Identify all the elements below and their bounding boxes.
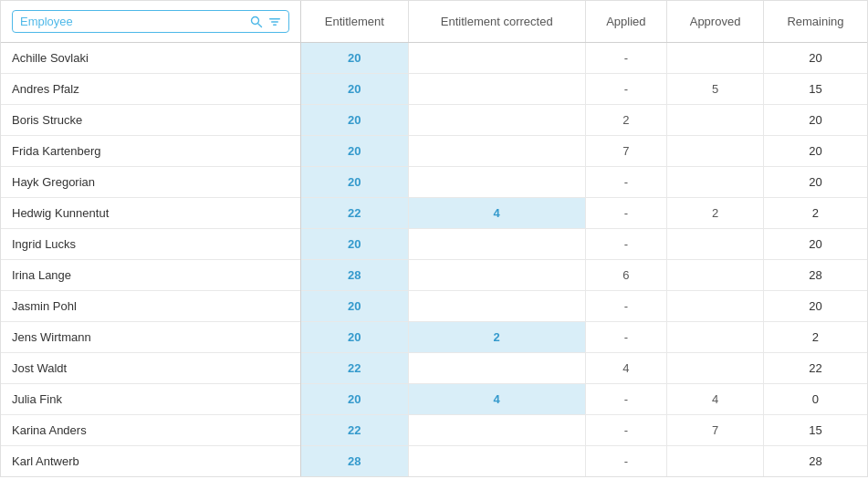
applied-cell: - bbox=[585, 322, 667, 353]
employee-cell: Hedwig Kunnentut bbox=[1, 198, 300, 229]
entitlement-corrected-cell bbox=[408, 229, 585, 260]
approved-cell bbox=[667, 260, 764, 291]
svg-point-0 bbox=[251, 16, 258, 24]
remaining-cell: 20 bbox=[763, 167, 867, 198]
approved-cell bbox=[667, 353, 764, 384]
applied-cell: 2 bbox=[585, 105, 667, 136]
employee-cell: Jens Wirtmann bbox=[1, 322, 300, 353]
applied-header-label: Applied bbox=[606, 15, 645, 28]
applied-cell: - bbox=[585, 229, 667, 260]
entitlement-cell: 28 bbox=[300, 260, 408, 291]
table-row: Karina Anders22-715 bbox=[1, 415, 867, 446]
applied-cell: - bbox=[585, 74, 667, 105]
entitlement-header-label: Entitlement bbox=[325, 15, 384, 28]
table-row: Achille Sovlaki20-20 bbox=[1, 43, 867, 74]
entitlement-cell: 20 bbox=[300, 384, 408, 415]
entitlement-cell: 20 bbox=[300, 229, 408, 260]
applied-cell: 7 bbox=[585, 136, 667, 167]
remaining-cell: 15 bbox=[763, 415, 867, 446]
employee-search-input[interactable] bbox=[20, 15, 245, 28]
entitlement-corrected-cell bbox=[408, 446, 585, 477]
svg-rect-3 bbox=[271, 21, 278, 22]
entitlement-corrected-cell bbox=[408, 167, 585, 198]
entitlement-corrected-cell bbox=[408, 353, 585, 384]
applied-cell: - bbox=[585, 291, 667, 322]
remaining-cell: 20 bbox=[763, 291, 867, 322]
search-icon bbox=[250, 16, 263, 28]
approved-cell bbox=[667, 291, 764, 322]
entitlement-cell: 20 bbox=[300, 322, 408, 353]
approved-cell bbox=[667, 229, 764, 260]
employee-search-wrapper[interactable] bbox=[12, 10, 289, 33]
applied-cell: - bbox=[585, 446, 667, 477]
entitlement-corrected-cell bbox=[408, 415, 585, 446]
table-row: Boris Strucke20220 bbox=[1, 105, 867, 136]
search-button[interactable] bbox=[250, 16, 263, 28]
filter-button[interactable] bbox=[268, 16, 281, 28]
applied-cell: 6 bbox=[585, 260, 667, 291]
entitlement-corrected-cell bbox=[408, 260, 585, 291]
entitlement-cell: 22 bbox=[300, 415, 408, 446]
approved-cell bbox=[667, 105, 764, 136]
approved-cell: 7 bbox=[667, 415, 764, 446]
employee-cell: Ingrid Lucks bbox=[1, 229, 300, 260]
entitlement-corrected-cell: 4 bbox=[408, 384, 585, 415]
employee-cell: Julia Fink bbox=[1, 384, 300, 415]
entitlement-cell: 22 bbox=[300, 198, 408, 229]
approved-cell bbox=[667, 167, 764, 198]
entitlement-corrected-cell bbox=[408, 105, 585, 136]
employee-cell: Jost Waldt bbox=[1, 353, 300, 384]
approved-cell: 2 bbox=[667, 198, 764, 229]
remaining-cell: 22 bbox=[763, 353, 867, 384]
employee-header-cell bbox=[1, 1, 300, 43]
approved-cell: 4 bbox=[667, 384, 764, 415]
svg-line-1 bbox=[258, 23, 262, 26]
table-row: Julia Fink204-40 bbox=[1, 384, 867, 415]
entitlement-header-cell: Entitlement bbox=[300, 1, 408, 43]
approved-cell bbox=[667, 446, 764, 477]
entitlement-cell: 28 bbox=[300, 446, 408, 477]
table-row: Hayk Gregorian20-20 bbox=[1, 167, 867, 198]
entitlement-corrected-cell: 2 bbox=[408, 322, 585, 353]
entitlement-corrected-cell bbox=[408, 291, 585, 322]
entitlement-cell: 20 bbox=[300, 136, 408, 167]
table-row: Karl Antwerb28-28 bbox=[1, 446, 867, 477]
remaining-cell: 20 bbox=[763, 136, 867, 167]
remaining-header-label: Remaining bbox=[787, 15, 843, 28]
remaining-cell: 2 bbox=[763, 322, 867, 353]
remaining-header-cell: Remaining bbox=[763, 1, 867, 43]
employee-cell: Karina Anders bbox=[1, 415, 300, 446]
entitlement-corrected-cell bbox=[408, 136, 585, 167]
employee-table: Entitlement Entitlement corrected Applie… bbox=[1, 1, 867, 476]
entitlement-corrected-cell bbox=[408, 43, 585, 74]
remaining-cell: 0 bbox=[763, 384, 867, 415]
applied-cell: 4 bbox=[585, 353, 667, 384]
entitlement-cell: 20 bbox=[300, 291, 408, 322]
entitlement-cell: 20 bbox=[300, 43, 408, 74]
remaining-cell: 2 bbox=[763, 198, 867, 229]
svg-rect-2 bbox=[269, 18, 280, 19]
table-header-row: Entitlement Entitlement corrected Applie… bbox=[1, 1, 867, 43]
employee-cell: Jasmin Pohl bbox=[1, 291, 300, 322]
approved-cell bbox=[667, 136, 764, 167]
employee-cell: Irina Lange bbox=[1, 260, 300, 291]
entitlement-cell: 20 bbox=[300, 167, 408, 198]
remaining-cell: 20 bbox=[763, 229, 867, 260]
approved-header-cell: Approved bbox=[667, 1, 764, 43]
employee-cell: Achille Sovlaki bbox=[1, 43, 300, 74]
table-row: Irina Lange28628 bbox=[1, 260, 867, 291]
table-row: Jens Wirtmann202-2 bbox=[1, 322, 867, 353]
employee-cell: Andres Pfalz bbox=[1, 74, 300, 105]
remaining-cell: 15 bbox=[763, 74, 867, 105]
applied-cell: - bbox=[585, 415, 667, 446]
table-row: Ingrid Lucks20-20 bbox=[1, 229, 867, 260]
table-row: Hedwig Kunnentut224-22 bbox=[1, 198, 867, 229]
remaining-cell: 28 bbox=[763, 446, 867, 477]
filter-icon bbox=[268, 16, 281, 28]
approved-cell bbox=[667, 43, 764, 74]
remaining-cell: 28 bbox=[763, 260, 867, 291]
applied-cell: - bbox=[585, 384, 667, 415]
applied-cell: - bbox=[585, 43, 667, 74]
employee-cell: Frida Kartenberg bbox=[1, 136, 300, 167]
table-row: Jost Waldt22422 bbox=[1, 353, 867, 384]
